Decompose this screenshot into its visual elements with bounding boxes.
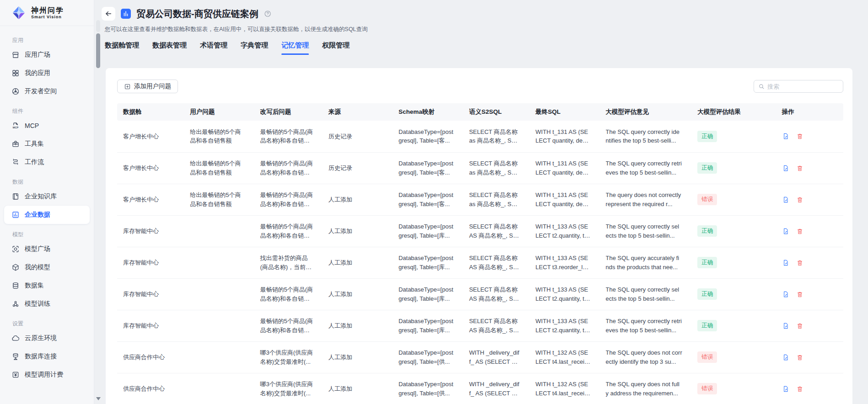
sidebar-item-数据库连接[interactable]: 数据库连接 [4, 347, 90, 366]
brand-subtitle: Smart Vision [31, 15, 64, 19]
cell-text: The SQL query correctly identifies the t… [606, 128, 683, 145]
sidebar-item-工作流[interactable]: 工作流 [4, 153, 90, 171]
cell-text: 最畅销的5个商品(商品名称)和各自销售... [260, 317, 313, 335]
cell-text: 人工添加 [329, 321, 383, 330]
sidebar-item-label: 企业数据 [25, 211, 50, 219]
help-icon[interactable] [264, 10, 271, 17]
edit-icon[interactable] [782, 291, 789, 298]
delete-icon[interactable] [796, 322, 803, 330]
sidebar-item-应用广场[interactable]: 应用广场 [4, 46, 90, 64]
cell-text: 历史记录 [329, 132, 383, 141]
cell-datapod: 供应商合作中心 [117, 373, 184, 404]
table-body: 客户增长中心给出最畅销的5个商品和各自销售额最畅销的5个商品(商品名称)和各自销… [117, 121, 843, 404]
cell-datapod: 库存智能中心 [117, 247, 184, 278]
edit-icon[interactable] [782, 228, 789, 235]
cell-text: SELECT 商品名称 AS 商品名称_, SUM(当... [469, 254, 520, 271]
cell-text: 供应商合作中心 [123, 384, 175, 393]
brand-diamond-icon [11, 5, 27, 21]
cell-result: 正确 [691, 215, 776, 247]
cell-text: The SQL query does not correctly identif… [606, 348, 683, 366]
column-header-final_sql: 最终SQL [529, 103, 599, 121]
cell-text: 给出最畅销的5个商品和各自销售额 [190, 128, 245, 145]
sidebar-item-label: 工作流 [25, 158, 44, 166]
sidebar-item-云原生环境[interactable]: 云原生环境 [4, 329, 90, 347]
sidebar-item-label: 模型训练 [25, 300, 50, 308]
sidebar-item-我的模型[interactable]: 我的模型 [4, 258, 90, 276]
tab-术语管理[interactable]: 术语管理 [200, 41, 227, 55]
sidebar-item-MCP[interactable]: MCPMCP [4, 117, 90, 135]
cell-text: 库存智能中心 [123, 321, 175, 330]
delete-icon[interactable] [796, 291, 803, 298]
cell-source: 历史记录 [323, 121, 393, 152]
tab-字典管理[interactable]: 字典管理 [241, 41, 268, 55]
cell-datapod: 库存智能中心 [117, 215, 184, 247]
cell-source: 人工添加 [323, 341, 393, 373]
sidebar-item-模型训练[interactable]: 模型训练 [4, 295, 90, 313]
cell-final_sql: WITH t_133 AS (SELECT t2.quantity, t3...… [529, 310, 599, 341]
delete-icon[interactable] [796, 259, 803, 266]
cell-s2sql: SELECT 商品名称 AS 商品名称_, SUM(销... [463, 215, 529, 247]
sidebar-item-模型调用计费[interactable]: 模型调用计费 [4, 366, 90, 384]
cell-schema: DatabaseType=[postgresql], Table=[客... [393, 184, 463, 215]
memory-table: 数据舱用户问题改写后问题来源Schema映射语义S2SQL最终SQL大模型评估意… [117, 103, 843, 404]
cube-icon [11, 263, 20, 271]
sidebar-item-模型广场[interactable]: 模型广场 [4, 240, 90, 258]
cell-datapod: 客户增长中心 [117, 184, 184, 215]
table-row: 客户增长中心给出最畅销的5个商品和各自销售额最畅销的5个商品(商品名称)和各自销… [117, 184, 843, 215]
delete-icon[interactable] [796, 354, 803, 361]
delete-icon[interactable] [796, 196, 803, 203]
tab-记忆管理[interactable]: 记忆管理 [281, 41, 309, 55]
sidebar-item-开发者空间[interactable]: 开发者空间 [4, 82, 90, 101]
sidebar-item-工具集[interactable]: 工具集 [4, 135, 90, 153]
cell-text: The SQL query correctly selects the top … [606, 285, 683, 303]
delete-icon[interactable] [796, 228, 803, 235]
cell-result: 正确 [691, 121, 776, 152]
add-user-question-button[interactable]: 添加用户问题 [117, 80, 178, 93]
column-header-question: 用户问题 [184, 103, 254, 121]
cell-question [184, 341, 254, 373]
sidebar-item-label: 我的模型 [25, 263, 50, 271]
cell-source: 历史记录 [323, 152, 393, 184]
tab-数据表管理[interactable]: 数据表管理 [152, 41, 187, 55]
edit-icon[interactable] [782, 385, 789, 393]
logo: 神州问学 Smart Vision [0, 0, 94, 26]
status-badge: 正确 [697, 162, 717, 174]
cell-schema: DatabaseType=[postgresql], Table=[供... [393, 341, 463, 373]
table-row: 库存智能中心最畅销的5个商品(商品名称)和各自销售...人工添加Database… [117, 278, 843, 310]
sidebar-item-企业知识库[interactable]: 企业知识库 [4, 187, 90, 206]
edit-icon[interactable] [782, 165, 789, 172]
sidebar-item-label: 模型调用计费 [25, 371, 63, 379]
cell-rewritten: 哪3个供应商(供应商名称)交货最准时(... [254, 373, 322, 404]
edit-icon[interactable] [782, 322, 789, 330]
edit-icon[interactable] [782, 196, 789, 203]
cell-text: WITH _delivery_diff_ AS (SELECT 供应商... [469, 380, 520, 398]
database-connection-icon [11, 352, 20, 361]
cell-final_sql: WITH t_133 AS (SELECT t3.reorder_leve... [529, 247, 599, 278]
sidebar-item-我的应用[interactable]: 我的应用 [4, 64, 90, 82]
edit-icon[interactable] [782, 259, 789, 266]
edit-icon[interactable] [782, 133, 789, 140]
tab-权限管理[interactable]: 权限管理 [322, 41, 350, 55]
cell-text: The query does not correctly represent t… [606, 191, 683, 208]
nav-group-label: 模型 [12, 231, 94, 239]
tab-数据舱管理[interactable]: 数据舱管理 [105, 41, 139, 55]
sidebar-item-企业数据[interactable]: 企业数据 [4, 206, 90, 224]
cell-question: 给出最畅销的5个商品和各自销售额 [184, 184, 254, 215]
cell-text: DatabaseType=[postgresql], Table=[库... [399, 222, 454, 240]
search-input[interactable] [767, 83, 848, 90]
search-icon [758, 83, 765, 90]
edit-icon[interactable] [782, 354, 789, 361]
delete-icon[interactable] [796, 165, 803, 172]
column-header-rewritten: 改写后问题 [254, 103, 322, 121]
sidebar-item-label: 开发者空间 [25, 87, 57, 96]
sidebar-item-数据集[interactable]: 数据集 [4, 276, 90, 295]
cell-rewritten: 最畅销的5个商品(商品名称)和各自销售... [254, 215, 322, 247]
back-button[interactable] [102, 7, 115, 21]
column-header-result: 大模型评估结果 [691, 103, 776, 121]
delete-icon[interactable] [796, 133, 803, 140]
knowledge-base-icon [11, 192, 20, 201]
cell-source: 人工添加 [323, 310, 393, 341]
table-row: 库存智能中心找出需补货的商品(商品名称)，当前库存...人工添加Database… [117, 247, 843, 278]
cell-datapod: 库存智能中心 [117, 310, 184, 341]
delete-icon[interactable] [796, 385, 803, 393]
